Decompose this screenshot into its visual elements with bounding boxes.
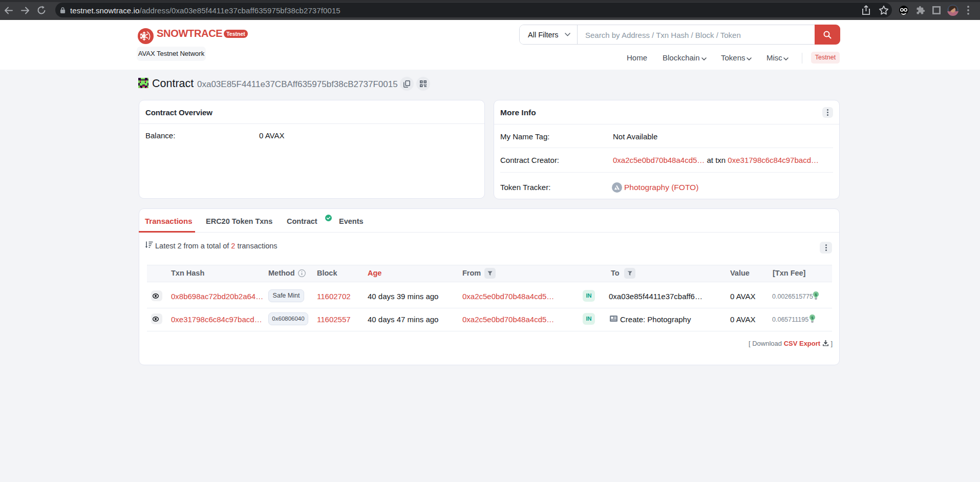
svg-text:$: $ <box>811 316 814 320</box>
svg-text:$: $ <box>815 292 817 297</box>
